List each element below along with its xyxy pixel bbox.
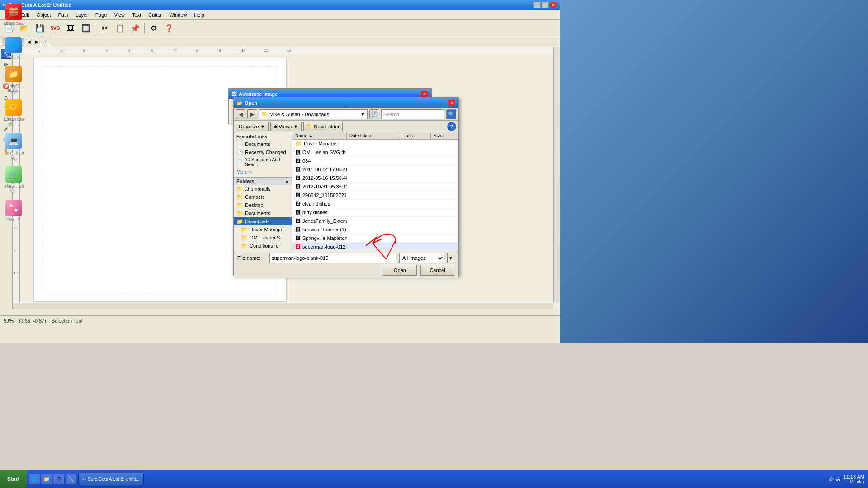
- files-header: Name ▲ Date taken Tags Size: [292, 132, 458, 140]
- folder-drivermanage[interactable]: 📁 Driver Manage...: [234, 225, 292, 234]
- file-superman-012[interactable]: 🖼superman-logo-012: [292, 243, 458, 250]
- nav-bar: ◀ ▶ 📁 Mike & Susan › Downloads ▼ 🔄 Searc…: [234, 108, 458, 121]
- tb-help[interactable]: ❓: [162, 22, 176, 35]
- fav-sorcerers[interactable]: 📄 10 Sorcerers And Seer...: [234, 156, 292, 168]
- refresh-btn[interactable]: 🔄: [369, 109, 379, 119]
- maximize-btn[interactable]: □: [542, 2, 549, 8]
- filetype-arrow[interactable]: ▼: [447, 253, 454, 263]
- files-pane: Name ▲ Date taken Tags Size 📁Driver Mana…: [292, 132, 458, 250]
- desktop-icon-driv[interactable]: 💻 Driv... Mana...: [2, 133, 25, 159]
- menu-text[interactable]: Text: [128, 11, 145, 19]
- desktop-icon-lego[interactable]: 🧱 LEGO Desig...: [2, 4, 25, 30]
- taskbar-icon-folder[interactable]: 📁: [41, 474, 52, 484]
- filetype-select[interactable]: All Images: [399, 253, 444, 263]
- col-name[interactable]: Name ▲: [292, 132, 347, 139]
- views-btn[interactable]: ⊞ Views ▼: [270, 122, 302, 131]
- desktop-icon-norton[interactable]: 🛡 Norton Checku...: [2, 99, 25, 126]
- file-296542[interactable]: 🖼296542_10150272115272997_62...: [292, 191, 458, 200]
- menu-cutter[interactable]: Cutter: [145, 11, 165, 19]
- taskbar-icon-shield[interactable]: 🛡: [53, 474, 64, 484]
- open-dialog-close[interactable]: ×: [448, 100, 455, 106]
- start-button[interactable]: Start: [0, 470, 27, 488]
- scroll-bottom[interactable]: [13, 303, 553, 309]
- taskbar-icon-wrench[interactable]: 🔧: [66, 474, 76, 484]
- folder-om[interactable]: 📁 OM... as an S: [234, 234, 292, 242]
- folders-arrow[interactable]: ▲: [284, 178, 289, 184]
- file-dirty[interactable]: 🖼dirty dishes: [292, 208, 458, 217]
- back-btn[interactable]: ◀: [236, 109, 245, 119]
- menu-window[interactable]: Window: [165, 11, 190, 19]
- nav-dropdown[interactable]: ▼: [360, 112, 365, 117]
- folder-contacts[interactable]: 📁 Contacts: [234, 193, 292, 201]
- tb-cut[interactable]: ✂: [97, 22, 112, 35]
- cancel-btn[interactable]: Cancel: [420, 265, 454, 276]
- page-prev[interactable]: ◀: [26, 39, 32, 45]
- folder-desktop[interactable]: 📁 Desktop: [234, 201, 292, 209]
- tb-settings[interactable]: ⚙: [146, 22, 161, 35]
- help-btn[interactable]: ?: [447, 122, 456, 131]
- menu-page[interactable]: Page: [92, 11, 111, 19]
- menu-layer[interactable]: Layer: [72, 11, 92, 19]
- file-2011[interactable]: 🖼2011-08-14 17.05.46: [292, 165, 458, 174]
- taskbar: Start 🌐 📁 🛡 🔧 ✂ Sure Cuts A Lot 2: Untit…: [0, 470, 868, 488]
- tray-network[interactable]: 🖧: [836, 477, 841, 482]
- menu-view[interactable]: View: [110, 11, 128, 19]
- menu-object[interactable]: Object: [33, 11, 55, 19]
- open-btn[interactable]: Open: [383, 265, 417, 276]
- close-btn[interactable]: ×: [550, 2, 557, 8]
- page-next[interactable]: ▶: [34, 39, 40, 45]
- file-knowitall[interactable]: 🖼knowitall-banner (1): [292, 225, 458, 234]
- file-034[interactable]: 🖼034: [292, 157, 458, 165]
- file-springville[interactable]: 🖼Springville-Mapleton-20120617-00...: [292, 234, 458, 243]
- running-app-btn[interactable]: ✂ Sure Cuts A Lot 2: Untitl...: [78, 473, 144, 485]
- driv-icon-img: 💻: [5, 133, 22, 149]
- menu-help[interactable]: Help: [190, 11, 208, 19]
- desktop-icon-mm[interactable]: 🍬 M&M's C...: [2, 200, 25, 221]
- folder-cond-icon: 📁: [241, 243, 248, 249]
- col-date[interactable]: Date taken: [347, 132, 401, 139]
- taskbar-icon-ie[interactable]: 🌐: [29, 474, 40, 484]
- file-jones[interactable]: 🖼JonesFamily_Extended-1441: [292, 217, 458, 225]
- new-folder-btn[interactable]: 📁 New Folder: [303, 122, 343, 131]
- tb-svg[interactable]: SVG: [48, 22, 62, 35]
- col-tags[interactable]: Tags: [401, 132, 431, 139]
- tb-save[interactable]: 💾: [33, 22, 47, 35]
- file-clean[interactable]: 🖼clean dishes: [292, 200, 458, 208]
- tb-paste[interactable]: 📌: [128, 22, 142, 35]
- desktop-icon-family[interactable]: 📁 FamilyS... Index...: [2, 66, 25, 92]
- fav-documents[interactable]: 📄 Documents: [234, 140, 292, 148]
- page-add[interactable]: +: [42, 39, 48, 45]
- folder-icon: 📁: [261, 111, 268, 117]
- family-icon-img: 📁: [5, 66, 22, 82]
- tb-trace[interactable]: 🔲: [79, 22, 93, 35]
- title-bar: ✂ Sure Cuts A Lot 2: Untitled _ □ ×: [0, 0, 560, 10]
- fav-recently[interactable]: 🕐 Recently Changed: [234, 148, 292, 156]
- filename-input[interactable]: [269, 253, 396, 263]
- folder-downloads[interactable]: 📁 Downloads: [234, 217, 292, 225]
- minimize-btn[interactable]: _: [533, 2, 541, 8]
- tb-import[interactable]: 🖼: [63, 22, 78, 35]
- col-size[interactable]: Size: [431, 132, 458, 139]
- file-2012-10[interactable]: 🖼2012-10-31 05.35.11edit: [292, 183, 458, 191]
- scroll-right[interactable]: [553, 47, 560, 303]
- menu-path[interactable]: Path: [55, 11, 72, 19]
- search-box[interactable]: Search: [381, 109, 444, 119]
- folder-documents[interactable]: 📁 Documents: [234, 209, 292, 217]
- autotrace-close[interactable]: ×: [421, 91, 428, 97]
- status-bar: 59% (3.66, -0.87) Selection Tool: [0, 315, 560, 325]
- forward-btn[interactable]: ▶: [247, 109, 257, 119]
- folder-thumbnails[interactable]: 📁 .thumbnails: [234, 185, 292, 193]
- organize-arrow: ▼: [260, 124, 265, 129]
- more-link[interactable]: More »: [234, 168, 292, 175]
- desktop-icon-weber[interactable]: 🌐 weber...: [2, 37, 25, 59]
- file-driver-manager[interactable]: 📁Driver Manager: [292, 140, 458, 148]
- organize-btn[interactable]: Organize ▼: [236, 122, 269, 131]
- file-2012-05[interactable]: 🖼2012-05-16 15.56.46: [292, 174, 458, 183]
- folder-conditions[interactable]: 📁 Conditions for: [234, 242, 292, 250]
- search-btn[interactable]: 🔍: [446, 109, 456, 119]
- tray-volume[interactable]: 🔊: [828, 477, 834, 482]
- tb-copy[interactable]: 📋: [113, 22, 127, 35]
- file-om-svg[interactable]: 🖼OM... as an SVG this time. ): [292, 148, 458, 157]
- folder-dm-icon: 📁: [241, 226, 248, 233]
- desktop-icon-shop[interactable]: 🛒 The F... Shop...: [2, 166, 25, 192]
